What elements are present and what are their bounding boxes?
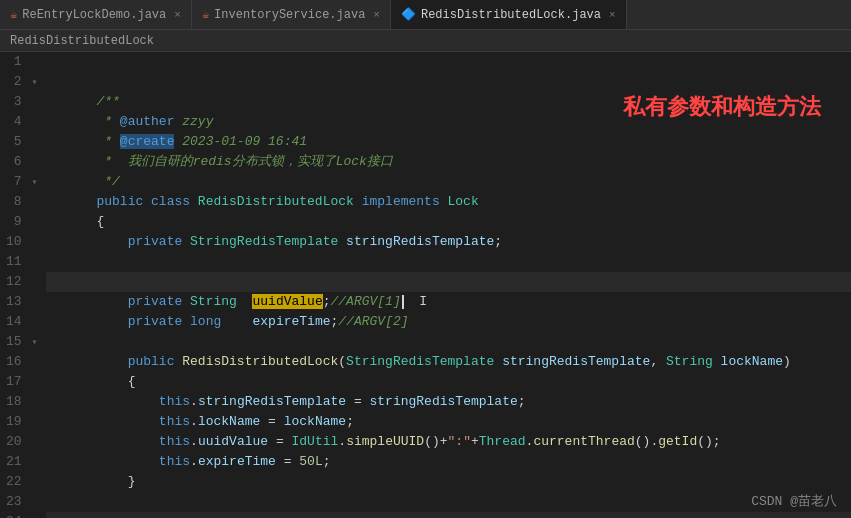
- code-line-8: {: [46, 192, 851, 212]
- java-file-icon-2: ☕: [202, 7, 209, 22]
- line-numbers: 1 2 3 4 5 6 7 8 9 10 11 12 13 14 15 16 1…: [0, 52, 30, 518]
- code-line-6: */: [46, 152, 851, 172]
- tab-label-inventory: InventoryService.java: [214, 8, 365, 22]
- code-line-15: public RedisDistributedLock(StringRedisT…: [46, 332, 851, 352]
- code-line-4: * @create 2023-01-09 16:41: [46, 112, 851, 132]
- code-line-12: private String uuidValue;//ARGV[1] I: [46, 272, 851, 292]
- tab-redis[interactable]: 🔷 RedisDistributedLock.java ×: [391, 0, 627, 29]
- code-line-24: public void lock(): [46, 512, 851, 518]
- tab-label-reentry: ReEntryLockDemo.java: [22, 8, 166, 22]
- close-icon-inventory[interactable]: ×: [373, 9, 380, 21]
- code-line-9: private StringRedisTemplate stringRedisT…: [46, 212, 851, 232]
- code-line-5: * 我们自研的redis分布式锁，实现了Lock接口: [46, 132, 851, 152]
- code-line-2: /**: [46, 72, 851, 92]
- tab-inventory[interactable]: ☕ InventoryService.java ×: [192, 0, 391, 29]
- code-line-10: [46, 232, 851, 252]
- editor-container: 1 2 3 4 5 6 7 8 9 10 11 12 13 14 15 16 1…: [0, 52, 851, 518]
- code-line-17: this.stringRedisTemplate = stringRedisTe…: [46, 372, 851, 392]
- code-line-23: @Override: [46, 492, 851, 512]
- code-line-7: public class RedisDistributedLock implem…: [46, 172, 851, 192]
- watermark-text: CSDN @苗老八: [751, 494, 837, 509]
- close-icon-reentry[interactable]: ×: [174, 9, 181, 21]
- code-line-18: this.lockName = lockName;: [46, 392, 851, 412]
- code-line-3: * @auther zzyy: [46, 92, 851, 112]
- gutter: ▾ ▾ ▾ ●: [30, 52, 46, 518]
- watermark: CSDN @苗老八: [751, 492, 837, 510]
- code-area[interactable]: /** * @auther zzyy * @create 2023-01-09 …: [46, 52, 851, 518]
- code-line-20: this.expireTime = 50L;: [46, 432, 851, 452]
- breadcrumb-bar: RedisDistributedLock: [0, 30, 851, 52]
- code-line-11: private String lockName;//KEYS[1]: [46, 252, 851, 272]
- code-line-1: [46, 52, 851, 72]
- close-icon-redis[interactable]: ×: [609, 9, 616, 21]
- tab-bar: ☕ ReEntryLockDemo.java × ☕ InventoryServ…: [0, 0, 851, 30]
- redis-file-icon: 🔷: [401, 7, 416, 22]
- java-file-icon: ☕: [10, 7, 17, 22]
- code-line-19: this.uuidValue = IdUtil.simpleUUID()+":"…: [46, 412, 851, 432]
- code-line-16: {: [46, 352, 851, 372]
- breadcrumb-text: RedisDistributedLock: [10, 34, 154, 48]
- code-line-13: private long expireTime;//ARGV[2]: [46, 292, 851, 312]
- code-line-14: [46, 312, 851, 332]
- tab-reentry[interactable]: ☕ ReEntryLockDemo.java ×: [0, 0, 192, 29]
- code-line-21: }: [46, 452, 851, 472]
- code-line-22: [46, 472, 851, 492]
- tab-label-redis: RedisDistributedLock.java: [421, 8, 601, 22]
